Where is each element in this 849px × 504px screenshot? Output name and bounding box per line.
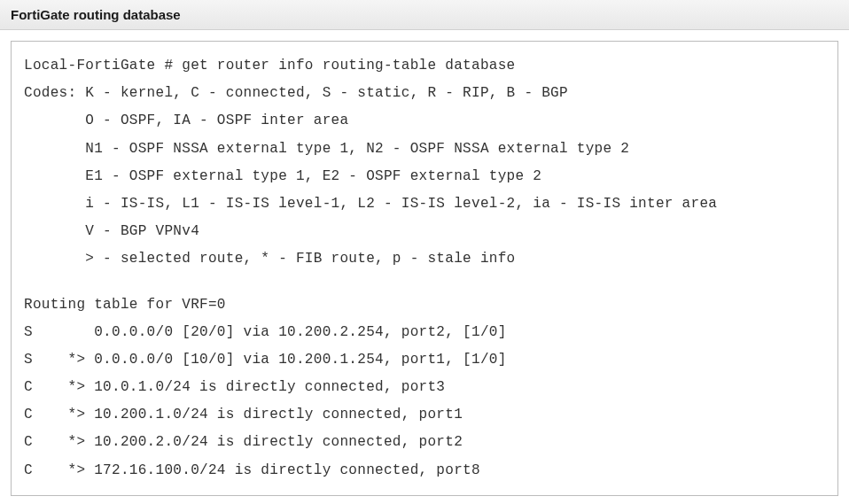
terminal-line: Routing table for VRF=0 [24, 291, 825, 319]
terminal-line: C *> 10.0.1.0/24 is directly connected, … [24, 374, 825, 401]
page-title: FortiGate routing database [11, 7, 838, 22]
terminal-line: S 0.0.0.0/0 [20/0] via 10.200.2.254, por… [24, 319, 825, 346]
terminal-line: C *> 10.200.2.0/24 is directly connected… [24, 429, 825, 456]
terminal-line: C *> 172.16.100.0/24 is directly connect… [24, 457, 825, 485]
terminal-line: N1 - OSPF NSSA external type 1, N2 - OSP… [24, 136, 825, 163]
terminal-line: Codes: K - kernel, C - connected, S - st… [24, 80, 825, 107]
terminal-line: Local-FortiGate # get router info routin… [24, 52, 825, 80]
blank-line [24, 274, 825, 291]
header-bar: FortiGate routing database [0, 0, 849, 30]
terminal-line: C *> 10.200.1.0/24 is directly connected… [24, 401, 825, 429]
terminal-line: > - selected route, * - FIB route, p - s… [24, 245, 825, 273]
terminal-line: E1 - OSPF external type 1, E2 - OSPF ext… [24, 163, 825, 190]
terminal-line: S *> 0.0.0.0/0 [10/0] via 10.200.1.254, … [24, 346, 825, 374]
terminal-output: Local-FortiGate # get router info routin… [11, 41, 838, 496]
terminal-line: O - OSPF, IA - OSPF inter area [24, 107, 825, 135]
terminal-line: i - IS-IS, L1 - IS-IS level-1, L2 - IS-I… [24, 190, 825, 218]
terminal-line: V - BGP VPNv4 [24, 218, 825, 245]
